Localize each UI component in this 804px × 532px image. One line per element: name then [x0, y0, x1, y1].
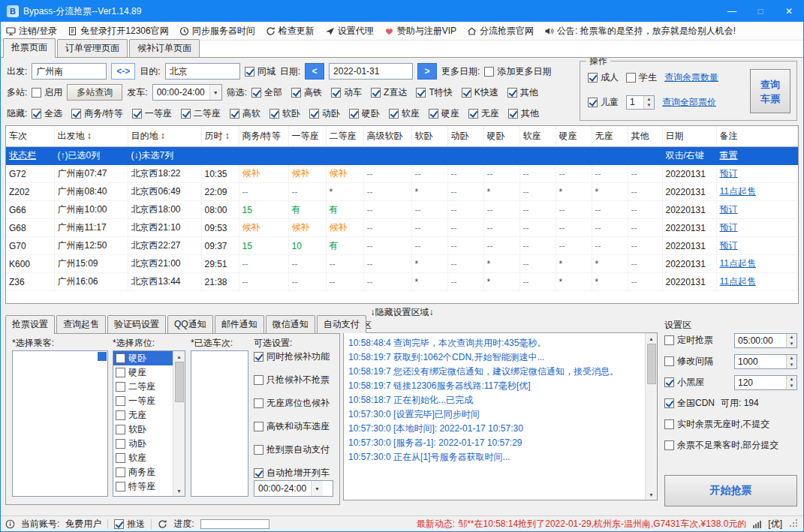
hide-checkbox-2[interactable]: 商务/特等: [71, 107, 122, 120]
hide-checkbox-9-box[interactable]: [389, 109, 399, 119]
main-tab-1[interactable]: 抢票页面: [3, 38, 56, 58]
spinner-down-icon[interactable]: ▼: [787, 383, 796, 389]
book-link[interactable]: 11点起售: [716, 255, 798, 273]
toolbar-item-official-site[interactable]: 分流抢票官网: [467, 25, 534, 38]
settings-tab-1[interactable]: 抢票设置: [5, 315, 55, 334]
filter-checkbox-7-box[interactable]: [507, 88, 517, 98]
add-more-dates-checkbox-box[interactable]: [484, 67, 494, 77]
seat-item-4-checkbox[interactable]: [116, 396, 125, 406]
hide-checkbox-8-box[interactable]: [349, 109, 359, 119]
student-checkbox-box[interactable]: [626, 73, 636, 83]
toolbar-item-sponsor-vip[interactable]: 赞助与注册VIP: [384, 25, 456, 38]
filter-checkbox-1[interactable]: 全部: [251, 86, 282, 99]
main-tab-2[interactable]: 订单管理页面: [57, 39, 128, 57]
seat-item-2-checkbox[interactable]: [116, 368, 125, 377]
spinner-up-icon[interactable]: ▲: [787, 355, 796, 362]
query-tickets-button[interactable]: 查询车票: [750, 69, 790, 113]
hide-checkbox-6-box[interactable]: [270, 109, 279, 119]
grid-column-header-14[interactable]: 无座: [592, 126, 628, 147]
hide-checkbox-8[interactable]: 硬卧: [349, 107, 380, 120]
setting-checkbox-2[interactable]: 修改间隔: [664, 355, 713, 368]
setting-checkbox-1-box[interactable]: [664, 335, 674, 345]
seat-item-9[interactable]: 商务座: [113, 465, 173, 479]
spinner-up-icon[interactable]: ▲: [644, 96, 654, 103]
grid-column-header-2[interactable]: 出发地 ↕: [54, 126, 128, 147]
book-link[interactable]: 预订: [716, 219, 798, 237]
hide-checkbox-4-box[interactable]: [181, 109, 191, 119]
book-link[interactable]: 预订: [716, 165, 798, 183]
settings-tab-4[interactable]: QQ通知: [167, 315, 213, 333]
seat-scrollbar[interactable]: ▲ ▼: [173, 351, 185, 496]
close-button[interactable]: ✕: [775, 1, 803, 22]
spinner-value[interactable]: 1000: [735, 355, 786, 368]
spinner-down-icon[interactable]: ▼: [644, 102, 654, 109]
child-count-spinner[interactable]: 1▲▼: [626, 95, 655, 110]
status-cell-17[interactable]: 重置: [716, 147, 798, 165]
grid-column-header-17[interactable]: 备注: [716, 126, 798, 147]
adult-checkbox-box[interactable]: [588, 73, 598, 83]
seat-item-6[interactable]: 软卧: [113, 422, 173, 437]
swap-stations-button[interactable]: <->: [111, 63, 135, 80]
grid-column-header-12[interactable]: 软座: [519, 126, 556, 147]
from-input[interactable]: 广州南: [32, 63, 107, 80]
train-row-G68[interactable]: G68广州南11:17北京西21:1009:53候补候补候补----------…: [6, 219, 798, 237]
setting-spinner-2[interactable]: 1000▲▼: [734, 354, 797, 369]
filter-checkbox-3[interactable]: 动车: [331, 86, 362, 99]
toolbar-item-check-update[interactable]: 检查更新: [266, 25, 315, 38]
query-remaining-link[interactable]: 查询余票数量: [664, 71, 718, 84]
child-checkbox-box[interactable]: [588, 98, 598, 107]
output-scrollbar[interactable]: ▲ ▼: [645, 333, 657, 500]
filter-checkbox-6[interactable]: K快速: [462, 86, 498, 99]
grid-column-header-10[interactable]: 动卧: [447, 126, 483, 147]
settings-tab-6[interactable]: 微信通知: [266, 315, 315, 333]
hide-checkbox-7[interactable]: 动卧: [309, 107, 340, 120]
option-checkbox-1-box[interactable]: [254, 352, 263, 362]
filter-checkbox-7[interactable]: 其他: [507, 86, 538, 99]
filter-checkbox-5-box[interactable]: [416, 88, 426, 98]
book-link[interactable]: 11点起售: [716, 273, 798, 291]
prev-date-button[interactable]: <: [305, 63, 324, 80]
refresh-progress-icon[interactable]: [158, 519, 167, 529]
setting-checkbox-4[interactable]: 全国CDN: [664, 397, 715, 410]
scroll-up-icon[interactable]: ▲: [173, 351, 185, 362]
filter-checkbox-4[interactable]: Z直达: [371, 86, 407, 99]
seat-item-6-checkbox[interactable]: [116, 425, 125, 434]
scroll-down-icon[interactable]: ▼: [173, 485, 185, 496]
hide-checkbox-9[interactable]: 软座: [389, 107, 420, 120]
option-checkbox-6[interactable]: 自动抢增开列车: [254, 467, 336, 479]
toolbar-item-open-12306[interactable]: 免登录打开12306官网: [68, 25, 168, 38]
query-price-link[interactable]: 查询全部票价: [662, 96, 716, 109]
train-row-G72[interactable]: G72广州南07:47北京西18:2210:35候补候补候补----------…: [6, 165, 798, 183]
setting-checkbox-3[interactable]: 小黑屋: [664, 376, 704, 389]
hide-checkbox-1[interactable]: 全选: [32, 107, 62, 120]
seat-item-3-checkbox[interactable]: [116, 382, 125, 392]
option-checkbox-5[interactable]: 抢到票自动支付: [254, 443, 336, 456]
seat-item-8[interactable]: 软座: [113, 451, 173, 465]
settings-tab-7[interactable]: 自动支付: [317, 315, 366, 333]
spinner-up-icon[interactable]: ▲: [787, 376, 796, 383]
setting-checkbox-5-box[interactable]: [664, 419, 674, 429]
book-link[interactable]: 预订: [716, 201, 798, 219]
seat-item-7[interactable]: 动卧: [113, 437, 173, 451]
maximize-button[interactable]: □: [746, 1, 775, 22]
next-date-button[interactable]: >: [417, 63, 437, 80]
book-link[interactable]: 11点起售: [716, 183, 798, 201]
setting-spinner-3[interactable]: 120▲▼: [734, 375, 797, 390]
hide-checkbox-5[interactable]: 高软: [230, 107, 260, 120]
filter-checkbox-4-box[interactable]: [371, 88, 381, 98]
child-count-value[interactable]: 1: [627, 96, 643, 109]
same-city-checkbox[interactable]: 同城: [245, 65, 276, 78]
grid-column-header-7[interactable]: 二等座: [326, 126, 363, 147]
setting-checkbox-6[interactable]: 余票不足乘客时,部分提交: [664, 439, 778, 452]
same-city-checkbox-box[interactable]: [245, 67, 254, 77]
adult-checkbox[interactable]: 成人: [588, 71, 619, 84]
seat-item-5[interactable]: 无座: [113, 408, 173, 422]
toolbar-item-announcement[interactable]: 公告: 抢票靠的是坚持，放弃就是给别人机会!: [544, 25, 736, 38]
seat-list[interactable]: 硬卧硬座二等座一等座无座软卧动卧软座商务座特等座 ▲ ▼: [113, 350, 185, 497]
option-checkbox-3-box[interactable]: [254, 398, 263, 408]
hide-checkbox-5-box[interactable]: [230, 109, 239, 119]
setting-checkbox-6-box[interactable]: [664, 440, 674, 450]
toolbar-item-logout-login[interactable]: 注销/登录: [6, 25, 57, 38]
option-checkbox-5-box[interactable]: [254, 445, 263, 455]
multi-station-query-button[interactable]: 多站查询: [67, 84, 122, 101]
